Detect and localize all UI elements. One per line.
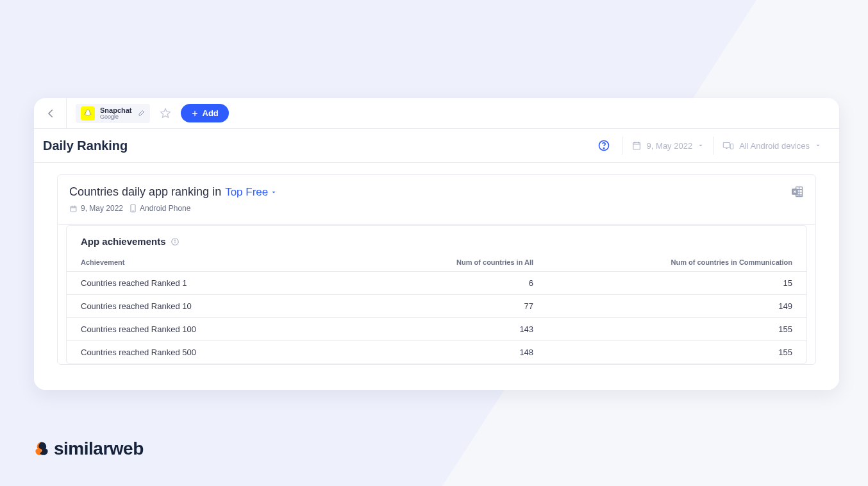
svg-rect-5	[730, 144, 733, 149]
svg-point-2	[603, 148, 604, 149]
chevron-down-icon	[815, 142, 821, 149]
app-chip[interactable]: Snapchat Google	[76, 104, 150, 123]
col-all: Num of countries in All	[422, 253, 547, 272]
divider	[66, 98, 67, 129]
snapchat-icon	[81, 106, 95, 121]
help-icon[interactable]	[597, 139, 610, 152]
app-name: Snapchat	[100, 106, 132, 114]
page-header: Daily Ranking 9, May 2022 All Android de…	[34, 129, 839, 163]
edit-icon[interactable]	[137, 110, 145, 117]
device-filter[interactable]: All Android devices	[713, 137, 830, 155]
page-title: Daily Ranking	[43, 138, 128, 153]
achievements-title: App achievements	[81, 236, 166, 247]
brand-logo: similarweb	[33, 439, 144, 459]
calendar-icon	[69, 205, 78, 213]
svg-rect-3	[633, 142, 640, 149]
back-button[interactable]	[43, 106, 58, 121]
svg-point-11	[174, 240, 175, 240]
devices-icon	[722, 140, 734, 151]
topbar: Snapchat Google Add	[34, 98, 839, 129]
device-filter-value: All Android devices	[739, 141, 810, 151]
export-excel-button[interactable]	[791, 185, 804, 198]
favorite-button[interactable]	[159, 107, 172, 120]
svg-rect-6	[71, 206, 76, 212]
content-area: Countries daily app ranking in Top Free …	[34, 163, 839, 390]
date-filter[interactable]: 9, May 2022	[622, 137, 714, 155]
chevron-down-icon	[271, 189, 277, 196]
category-value: Top Free	[225, 186, 268, 199]
similarweb-icon	[33, 440, 50, 457]
add-button[interactable]: Add	[181, 104, 229, 122]
achievements-table: Achievement Num of countries in All Num …	[67, 253, 806, 364]
svg-rect-4	[723, 143, 730, 148]
table-row: Countries reached Ranked 500 148 155	[67, 341, 806, 364]
date-filter-value: 9, May 2022	[647, 141, 693, 151]
panel-meta-date: 9, May 2022	[69, 204, 123, 213]
calendar-icon	[631, 140, 642, 151]
table-row: Countries reached Ranked 100 143 155	[67, 318, 806, 341]
phone-icon	[129, 204, 137, 213]
panel-title-prefix: Countries daily app ranking in	[69, 185, 221, 199]
add-button-label: Add	[203, 108, 219, 118]
chevron-down-icon	[697, 142, 704, 149]
col-communication: Num of countries in Communication	[547, 253, 806, 272]
brand-name: similarweb	[54, 439, 144, 459]
table-row: Countries reached Ranked 10 77 149	[67, 295, 806, 318]
category-dropdown[interactable]: Top Free	[225, 186, 277, 199]
ranking-panel: Countries daily app ranking in Top Free …	[57, 174, 816, 365]
panel-meta-device: Android Phone	[129, 204, 190, 213]
app-publisher: Google	[100, 114, 132, 121]
main-card: Snapchat Google Add Daily Ranking 9, May…	[34, 98, 839, 390]
col-achievement: Achievement	[67, 253, 422, 272]
table-row: Countries reached Ranked 1 6 15	[67, 272, 806, 295]
achievements-panel: App achievements Achievement Num of coun…	[58, 224, 815, 364]
info-icon[interactable]	[171, 237, 179, 246]
